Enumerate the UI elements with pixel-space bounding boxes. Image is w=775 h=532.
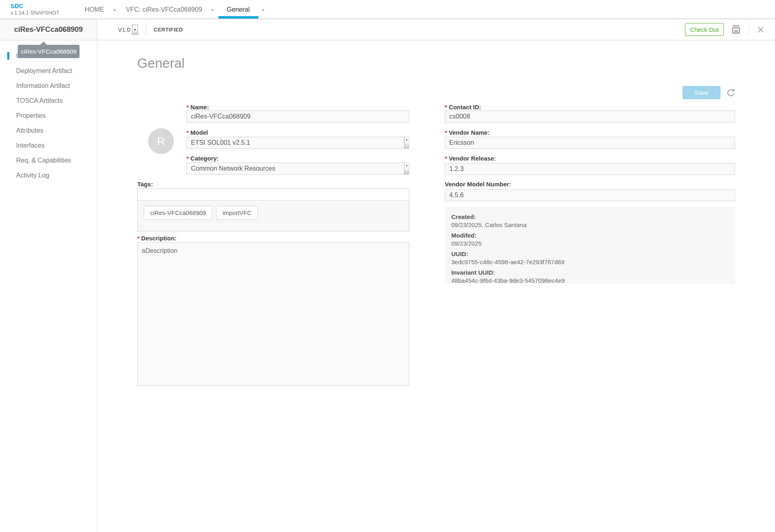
model-label: *Model (186, 129, 409, 136)
entity-title: ciRes-VFCca068909 (14, 25, 83, 34)
required-marker: * (445, 155, 447, 162)
divider (146, 23, 146, 35)
version-label: V1.0 (118, 26, 130, 33)
chevron-down-icon: ▼ (404, 137, 409, 148)
chevron-right-icon: ▸ (258, 7, 269, 13)
sidebar-item-label: Attributes (16, 127, 44, 134)
version-dropdown[interactable]: ▼ (132, 25, 138, 35)
meta-created: Created: 09/23/2025, Carlos Santana (451, 213, 729, 229)
tags-chip-list: ciRes-VFCca068909 importVFC (138, 200, 409, 231)
logo-title: SDC (10, 3, 59, 10)
active-indicator (7, 52, 9, 60)
description-label: *Description: (137, 235, 176, 242)
logo-version: v.1.14.1-SNAPSHOT (10, 10, 59, 16)
meta-label: UUID: (451, 250, 729, 258)
category-select-value: Common Network Resources (191, 165, 275, 172)
app-header: SDC v.1.14.1-SNAPSHOT HOME ▸ VFC: ciRes-… (0, 0, 775, 19)
tags-input[interactable] (138, 189, 409, 200)
breadcrumb-home[interactable]: HOME (79, 0, 110, 19)
meta-value: 09/23/2025 (451, 240, 729, 247)
meta-value: 09/23/2025, Carlos Santana (451, 221, 729, 229)
vendor-name-label: *Vendor Name: (445, 129, 735, 136)
sidebar-item-information-artifact[interactable]: Information Artifact (0, 78, 97, 93)
category-label: *Category: (186, 155, 409, 162)
meta-value: 48ba454c-9f6d-43ba-9de3-5457098ec4e9 (451, 277, 729, 284)
meta-invariant-uuid: Invariant UUID: 48ba454c-9f6d-43ba-9de3-… (451, 269, 729, 284)
meta-info-box: Created: 09/23/2025, Carlos Santana Modi… (445, 207, 735, 284)
required-marker: * (186, 129, 189, 136)
chevron-right-icon: ▸ (110, 7, 120, 13)
main-content: General Save R *Name: *Model ETSI SOL001… (97, 40, 775, 532)
sidebar: General Deployment Artifact Information … (0, 40, 97, 532)
name-input[interactable] (186, 111, 409, 123)
tag-chip[interactable]: ciRes-VFCca068909 (144, 206, 212, 220)
required-marker: * (137, 235, 140, 242)
sidebar-item-label: Req. & Capabilities (16, 157, 71, 164)
close-icon[interactable] (757, 26, 764, 33)
avatar: R (148, 128, 174, 154)
check-out-button[interactable]: Check Out (685, 23, 724, 36)
required-marker: * (186, 104, 189, 111)
required-marker: * (186, 155, 189, 162)
sidebar-item-req-capabilities[interactable]: Req. & Capabilities (0, 153, 97, 168)
meta-label: Created: (451, 213, 729, 221)
status-badge: CERTIFIED (154, 27, 183, 33)
sidebar-item-deployment-artifact[interactable]: Deployment Artifact (0, 63, 97, 78)
breadcrumb: HOME ▸ VFC: ciRes-VFCca068909 ▸ General … (79, 0, 269, 19)
vendor-name-input[interactable] (445, 137, 735, 149)
required-marker: * (445, 129, 447, 136)
description-textarea[interactable]: aDescription (137, 242, 409, 386)
sidebar-item-tosca-artifacts[interactable]: TOSCA Artifacts (0, 93, 97, 108)
sidebar-item-interfaces[interactable]: Interfaces (0, 138, 97, 153)
sidebar-item-activity-log[interactable]: Activity Log (0, 168, 97, 183)
sdc-app: SDC v.1.14.1-SNAPSHOT HOME ▸ VFC: ciRes-… (0, 0, 775, 532)
sidebar-item-label: Deployment Artifact (16, 67, 72, 75)
sidebar-item-label: Properties (16, 112, 46, 119)
entity-name-tooltip: ciRes-VFCca068909 (18, 45, 80, 58)
contact-id-label: *Contact ID: (445, 104, 735, 111)
sidebar-item-label: Information Artifact (16, 82, 70, 90)
meta-modified: Modifed: 09/23/2025 (451, 232, 729, 247)
breadcrumb-general[interactable]: General (218, 0, 258, 19)
meta-label: Invariant UUID: (451, 269, 729, 277)
toolbar: ciRes-VFCca068909 V1.0 ▼ CERTIFIED Check… (0, 19, 775, 40)
sidebar-item-attributes[interactable]: Attributes (0, 123, 97, 138)
toolbar-actions: V1.0 ▼ CERTIFIED Check Out (97, 19, 775, 40)
sidebar-item-label: TOSCA Artifacts (16, 97, 63, 104)
vendor-release-label: *Vendor Release: (445, 155, 735, 162)
vendor-model-number-input[interactable] (445, 189, 735, 201)
chevron-right-icon: ▸ (208, 7, 218, 13)
refresh-icon[interactable] (726, 88, 735, 97)
sdc-logo: SDC v.1.14.1-SNAPSHOT (10, 3, 59, 16)
tags-label: Tags: (137, 181, 153, 188)
meta-uuid: UUID: 3edc9755-c48c-4598-ae42-7e293f787d… (451, 250, 729, 266)
vendor-release-input[interactable] (445, 163, 735, 175)
meta-value: 3edc9755-c48c-4598-ae42-7e293f787d69 (451, 258, 729, 266)
sidebar-item-properties[interactable]: Properties (0, 108, 97, 123)
entity-title-panel: ciRes-VFCca068909 (0, 19, 97, 40)
contact-id-input[interactable] (445, 111, 735, 123)
required-marker: * (445, 104, 447, 111)
category-select[interactable]: Common Network Resources ▼ (186, 163, 409, 175)
breadcrumb-vfc[interactable]: VFC: ciRes-VFCca068909 (120, 0, 208, 19)
tags-box: ciRes-VFCca068909 importVFC (137, 188, 409, 232)
name-label: *Name: (186, 104, 409, 111)
save-button[interactable]: Save (683, 86, 721, 99)
model-select[interactable]: ETSI SOL001 v2.5.1 ▼ (186, 137, 409, 149)
divider (749, 23, 749, 35)
chevron-down-icon: ▼ (404, 163, 409, 174)
meta-label: Modifed: (451, 232, 729, 240)
model-select-value: ETSI SOL001 v2.5.1 (191, 139, 250, 146)
sidebar-item-label: Activity Log (16, 172, 49, 179)
sidebar-item-label: Interfaces (16, 142, 44, 149)
archive-icon[interactable] (731, 25, 741, 34)
tag-chip[interactable]: importVFC (216, 206, 258, 220)
page-title: General (137, 56, 184, 71)
vendor-model-number-label: Vendor Model Number: (445, 181, 735, 188)
